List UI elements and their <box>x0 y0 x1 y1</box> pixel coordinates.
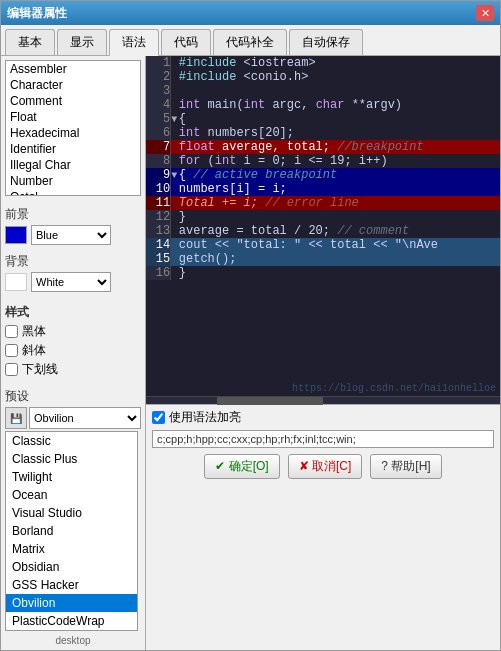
help-button[interactable]: ? 帮助[H] <box>370 454 441 479</box>
preset-dropdown-list[interactable]: Classic Classic Plus Twilight Ocean Visu… <box>5 431 138 631</box>
list-item-comment[interactable]: Comment <box>6 93 140 109</box>
code-editor[interactable]: 1 #include <iostream> 2 #include <coni <box>146 56 500 396</box>
fold-icon <box>171 154 179 168</box>
fold-icon[interactable]: ▼ <box>171 168 179 182</box>
preset-item-gss-hacker[interactable]: GSS Hacker <box>6 576 137 594</box>
list-item-identifier[interactable]: Identifier <box>6 141 140 157</box>
bold-row: 黑体 <box>5 323 141 340</box>
underline-checkbox[interactable] <box>5 363 18 376</box>
close-button[interactable]: ✕ <box>476 5 494 21</box>
preset-label: 预设 <box>5 388 141 405</box>
preset-item-ocean[interactable]: Ocean <box>6 486 137 504</box>
preset-item-twilight[interactable]: Twilight <box>6 468 137 486</box>
code-line-9: { // active breakpoint <box>179 168 500 182</box>
preset-item-obvilion[interactable]: Obvilion <box>6 594 137 612</box>
ok-button[interactable]: ✔ 确定[O] <box>204 454 279 479</box>
line-number: 1 <box>146 56 171 70</box>
preset-item-borland[interactable]: Borland <box>6 522 137 540</box>
code-line-16: } <box>179 266 500 280</box>
background-dropdown[interactable]: White Blue Black <box>31 272 111 292</box>
tab-code[interactable]: 代码 <box>161 29 211 55</box>
code-line-4: int main(int argc, char **argv) <box>179 98 500 112</box>
watermark: https://blog.csdn.net/hai1onhelloe <box>292 383 496 394</box>
list-item-octal[interactable]: Octal <box>6 189 140 196</box>
tab-syntax[interactable]: 语法 <box>109 29 159 56</box>
fold-icon <box>171 98 179 112</box>
table-row: 9 ▼ { // active breakpoint <box>146 168 500 182</box>
preset-row: 💾 Obvilion <box>5 407 141 429</box>
fold-icon[interactable]: ▼ <box>171 112 179 126</box>
list-item-float[interactable]: Float <box>6 109 140 125</box>
code-line-15: getch(); <box>179 252 500 266</box>
table-row: 12 } <box>146 210 500 224</box>
table-row: 15 getch(); <box>146 252 500 266</box>
background-label: 背景 <box>5 253 141 270</box>
preset-save-icon[interactable]: 💾 <box>5 407 27 429</box>
foreground-swatch <box>5 226 27 244</box>
foreground-row: Blue Red Green Black White <box>5 225 141 245</box>
fold-icon <box>171 84 179 98</box>
list-item-assembler[interactable]: Assembler <box>6 61 140 77</box>
table-row: 14 cout << "total: " << total << "\nAve <box>146 238 500 252</box>
preset-item-obsidian[interactable]: Obsidian <box>6 558 137 576</box>
bold-label: 黑体 <box>22 323 46 340</box>
italic-checkbox[interactable] <box>5 344 18 357</box>
code-line-8: for (int i = 0; i <= 19; i++) <box>179 154 500 168</box>
syntax-type-list[interactable]: Assembler Character Comment Float Hexade… <box>5 60 141 196</box>
tab-display[interactable]: 显示 <box>57 29 107 55</box>
line-number: 4 <box>146 98 171 112</box>
line-number: 7 <box>146 140 171 154</box>
line-number: 8 <box>146 154 171 168</box>
list-item-hexadecimal[interactable]: Hexadecimal <box>6 125 140 141</box>
cancel-button[interactable]: ✘ 取消[C] <box>288 454 363 479</box>
horizontal-scrollbar[interactable] <box>146 396 500 404</box>
table-row: 1 #include <iostream> <box>146 56 500 70</box>
underline-row: 下划线 <box>5 361 141 378</box>
bold-checkbox[interactable] <box>5 325 18 338</box>
line-number: 14 <box>146 238 171 252</box>
title-bar: 编辑器属性 ✕ <box>1 1 500 25</box>
fold-icon <box>171 196 179 210</box>
foreground-dropdown[interactable]: Blue Red Green Black White <box>31 225 111 245</box>
tab-autosave[interactable]: 自动保存 <box>289 29 363 55</box>
preset-dropdown-wrap: Obvilion <box>29 407 141 429</box>
syntax-boost-checkbox[interactable] <box>152 411 165 424</box>
tab-autocomplete[interactable]: 代码补全 <box>213 29 287 55</box>
background-swatch <box>5 273 27 291</box>
preset-item-plasticcodewrap[interactable]: PlasticCodeWrap <box>6 612 137 630</box>
table-row: 10 numbers[i] = i; <box>146 182 500 196</box>
tab-bar: 基本 显示 语法 代码 代码补全 自动保存 <box>1 25 500 56</box>
list-item-character[interactable]: Character <box>6 77 140 93</box>
line-number: 6 <box>146 126 171 140</box>
code-line-10: numbers[i] = i; <box>179 182 500 196</box>
button-row: ✔ 确定[O] ✘ 取消[C] ? 帮助[H] <box>152 454 494 479</box>
desktop-label: desktop <box>5 635 141 646</box>
preset-item-matrix[interactable]: Matrix <box>6 540 137 558</box>
tab-basic[interactable]: 基本 <box>5 29 55 55</box>
preset-item-visual-studio[interactable]: Visual Studio <box>6 504 137 522</box>
preset-dropdown[interactable]: Obvilion <box>29 407 141 429</box>
line-number: 5 <box>146 112 171 126</box>
code-line-1: #include <iostream> <box>179 56 500 70</box>
code-table: 1 #include <iostream> 2 #include <coni <box>146 56 500 280</box>
fold-icon <box>171 70 179 84</box>
scrollbar-thumb[interactable] <box>217 397 323 405</box>
main-window: 编辑器属性 ✕ 基本 显示 语法 代码 代码补全 自动保存 Assembler … <box>0 0 501 651</box>
table-row: 5 ▼ { <box>146 112 500 126</box>
code-line-3 <box>179 84 500 98</box>
file-extensions: c;cpp;h;hpp;cc;cxx;cp;hp;rh;fx;inl;tcc;w… <box>152 430 494 448</box>
list-item-number[interactable]: Number <box>6 173 140 189</box>
preset-item-classic-plus[interactable]: Classic Plus <box>6 450 137 468</box>
table-row: 4 int main(int argc, char **argv) <box>146 98 500 112</box>
fold-icon <box>171 238 179 252</box>
right-panel: 1 #include <iostream> 2 #include <coni <box>146 56 500 650</box>
table-row: 6 int numbers[20]; <box>146 126 500 140</box>
table-row: 3 <box>146 84 500 98</box>
line-number: 9 <box>146 168 171 182</box>
list-item-illegal-char[interactable]: Illegal Char <box>6 157 140 173</box>
preset-item-classic[interactable]: Classic <box>6 432 137 450</box>
table-row: 8 for (int i = 0; i <= 19; i++) <box>146 154 500 168</box>
bottom-area: 使用语法加亮 c;cpp;h;hpp;cc;cxx;cp;hp;rh;fx;in… <box>146 404 500 483</box>
fold-icon <box>171 266 179 280</box>
code-line-5: { <box>179 112 500 126</box>
